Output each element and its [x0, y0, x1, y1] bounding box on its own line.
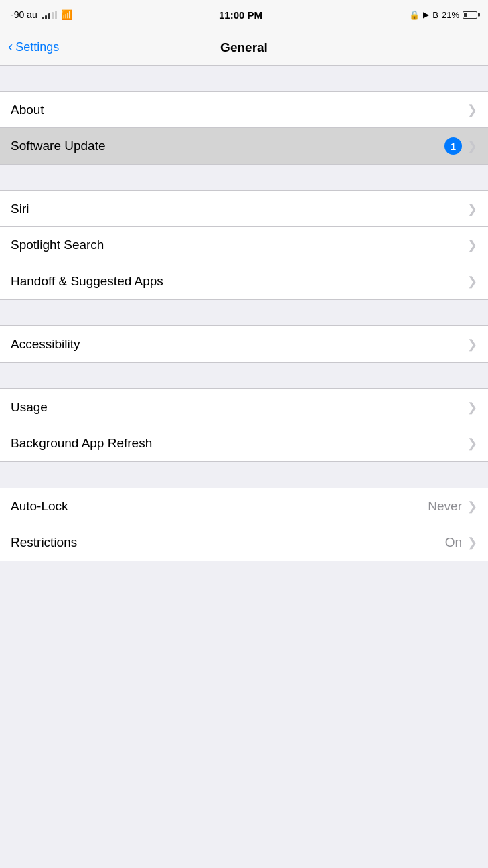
accessibility-label: Accessibility [11, 337, 80, 352]
handoff-row-left: Handoff & Suggested Apps [11, 274, 163, 289]
handoff-row-right: ❯ [467, 274, 477, 289]
software-update-row-right: 1 ❯ [444, 137, 477, 155]
restrictions-chevron-icon: ❯ [467, 535, 477, 550]
location-icon: ▶ [423, 10, 429, 19]
status-time: 11:00 PM [219, 9, 262, 21]
back-chevron-icon: ‹ [8, 38, 13, 56]
siri-row-left: Siri [11, 202, 29, 216]
battery-percent-text: 21% [442, 10, 459, 20]
section-gap-4 [0, 363, 488, 388]
section-gap-2 [0, 165, 488, 190]
spotlight-search-label: Spotlight Search [11, 238, 104, 252]
software-update-label: Software Update [11, 139, 106, 153]
bluetooth-icon: B [432, 10, 438, 20]
auto-lock-value: Never [428, 499, 462, 514]
auto-lock-chevron-icon: ❯ [467, 499, 477, 514]
signal-bar-3 [48, 13, 50, 19]
software-update-badge: 1 [444, 137, 462, 155]
background-app-refresh-row[interactable]: Background App Refresh ❯ [0, 425, 488, 461]
section-gap-3 [0, 300, 488, 326]
software-update-row[interactable]: Software Update 1 ❯ [0, 128, 488, 164]
section-group-3: Accessibility ❯ [0, 326, 488, 363]
software-update-row-left: Software Update [11, 139, 106, 153]
about-row[interactable]: About ❯ [0, 92, 488, 128]
lock-icon: 🔒 [409, 10, 420, 20]
status-left: -90 au 📶 [11, 9, 72, 20]
about-chevron-icon: ❯ [467, 102, 477, 117]
signal-bar-1 [42, 17, 44, 19]
usage-row-right: ❯ [467, 400, 477, 415]
section-group-2: Siri ❯ Spotlight Search ❯ Handoff & Sugg… [0, 190, 488, 300]
spotlight-search-row-left: Spotlight Search [11, 238, 104, 252]
accessibility-row[interactable]: Accessibility ❯ [0, 326, 488, 362]
accessibility-chevron-icon: ❯ [467, 337, 477, 352]
handoff-chevron-icon: ❯ [467, 274, 477, 289]
handoff-row[interactable]: Handoff & Suggested Apps ❯ [0, 263, 488, 299]
back-button[interactable]: ‹ Settings [8, 39, 59, 56]
page-title: General [220, 40, 268, 55]
section-group-1: About ❯ Software Update 1 ❯ [0, 91, 488, 165]
usage-label: Usage [11, 400, 48, 415]
auto-lock-row-right: Never ❯ [428, 499, 477, 514]
restrictions-row-left: Restrictions [11, 535, 77, 550]
siri-label: Siri [11, 202, 29, 216]
auto-lock-row-left: Auto-Lock [11, 499, 68, 514]
accessibility-row-left: Accessibility [11, 337, 80, 352]
restrictions-row-right: On ❯ [445, 535, 477, 550]
auto-lock-row[interactable]: Auto-Lock Never ❯ [0, 488, 488, 524]
section-gap-1 [0, 66, 488, 91]
nav-bar: ‹ Settings General [0, 29, 488, 66]
usage-row[interactable]: Usage ❯ [0, 389, 488, 425]
section-group-4: Usage ❯ Background App Refresh ❯ [0, 388, 488, 462]
spotlight-search-row[interactable]: Spotlight Search ❯ [0, 227, 488, 263]
about-label: About [11, 102, 44, 117]
restrictions-row[interactable]: Restrictions On ❯ [0, 524, 488, 561]
siri-row[interactable]: Siri ❯ [0, 191, 488, 227]
usage-row-left: Usage [11, 400, 48, 415]
background-app-refresh-chevron-icon: ❯ [467, 436, 477, 451]
spotlight-search-row-right: ❯ [467, 238, 477, 252]
about-row-left: About [11, 102, 44, 117]
section-group-5: Auto-Lock Never ❯ Restrictions On ❯ [0, 488, 488, 561]
siri-row-right: ❯ [467, 202, 477, 216]
back-label: Settings [15, 40, 59, 54]
background-app-refresh-row-left: Background App Refresh [11, 436, 152, 451]
software-update-chevron-icon: ❯ [467, 139, 477, 153]
section-gap-5 [0, 462, 488, 488]
accessibility-row-right: ❯ [467, 337, 477, 352]
about-row-right: ❯ [467, 102, 477, 117]
handoff-label: Handoff & Suggested Apps [11, 274, 163, 289]
auto-lock-label: Auto-Lock [11, 499, 68, 514]
status-bar: -90 au 📶 11:00 PM 🔒 ▶ B 21% [0, 0, 488, 29]
siri-chevron-icon: ❯ [467, 202, 477, 216]
signal-bar-2 [45, 15, 47, 19]
status-right: 🔒 ▶ B 21% [409, 10, 477, 20]
restrictions-value: On [445, 535, 462, 550]
usage-chevron-icon: ❯ [467, 400, 477, 415]
spotlight-search-chevron-icon: ❯ [467, 238, 477, 252]
battery-icon [463, 11, 477, 19]
signal-bar-4 [52, 12, 54, 19]
background-app-refresh-row-right: ❯ [467, 436, 477, 451]
background-app-refresh-label: Background App Refresh [11, 436, 152, 451]
restrictions-label: Restrictions [11, 535, 77, 550]
wifi-icon: 📶 [61, 9, 72, 20]
signal-bars-icon [42, 10, 57, 19]
signal-bar-5 [55, 11, 57, 19]
carrier-text: -90 au [11, 9, 37, 20]
